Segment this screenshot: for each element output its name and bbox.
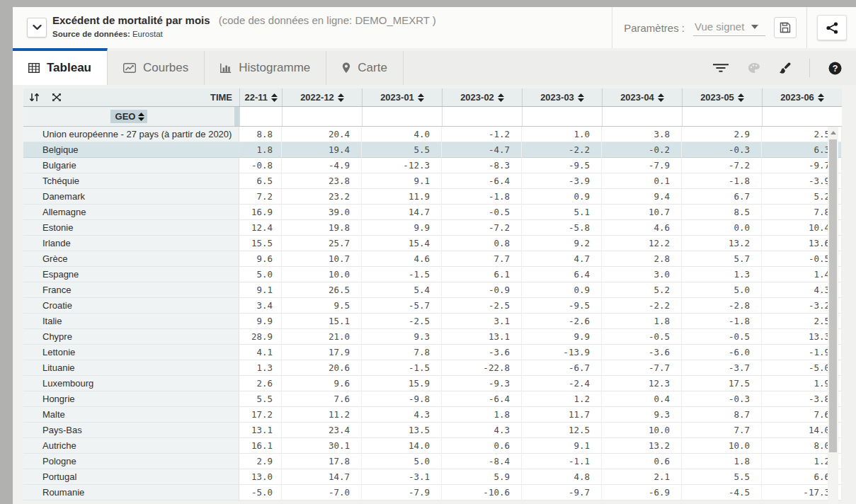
value-cell[interactable]: -1.5 xyxy=(362,360,442,376)
value-cell[interactable]: -3.1 xyxy=(362,469,442,485)
scrollbar-thumb[interactable] xyxy=(829,139,837,452)
value-cell[interactable]: 8.5 xyxy=(682,205,762,220)
value-cell[interactable]: 9.1 xyxy=(522,438,602,454)
value-cell[interactable]: 23.2 xyxy=(282,189,362,205)
geo-row-label[interactable]: Croatie xyxy=(23,298,239,314)
value-cell[interactable]: 2.9 xyxy=(682,127,762,142)
value-cell[interactable]: 19.8 xyxy=(282,220,362,236)
value-cell[interactable]: 3.4 xyxy=(239,298,282,314)
value-cell[interactable]: 2.1 xyxy=(602,469,682,485)
value-cell[interactable]: 6.4 xyxy=(522,267,602,282)
value-cell[interactable]: -1.1 xyxy=(522,454,602,469)
value-cell[interactable]: 25.7 xyxy=(282,236,362,251)
value-cell[interactable]: 9.5 xyxy=(282,298,362,314)
value-cell[interactable]: 3.0 xyxy=(602,267,682,282)
table-row[interactable]: Autriche 16.130.114.00.69.113.210.08.0 xyxy=(23,438,842,454)
table-row[interactable]: Portugal 13.014.7-3.15.94.82.15.56.6 xyxy=(23,469,842,485)
value-cell[interactable]: 13.0 xyxy=(239,469,282,485)
value-cell[interactable]: 4.6 xyxy=(362,251,442,267)
value-cell[interactable]: 7.6 xyxy=(282,391,362,407)
geo-row-label[interactable]: Luxembourg xyxy=(23,376,239,391)
value-cell[interactable]: 9.1 xyxy=(239,282,282,298)
value-cell[interactable]: 15.4 xyxy=(362,236,442,251)
value-cell[interactable]: 1.8 xyxy=(239,142,282,158)
value-cell[interactable]: 4.6 xyxy=(602,220,682,236)
time-column-header[interactable]: 2023-05 xyxy=(682,88,762,106)
value-cell[interactable]: 7.7 xyxy=(682,423,762,438)
bookmark-view-select[interactable]: Vue signet xyxy=(693,19,765,36)
value-cell[interactable]: 4.7 xyxy=(522,251,602,267)
value-cell[interactable]: 20.4 xyxy=(282,127,362,142)
value-cell[interactable]: 0.9 xyxy=(522,282,602,298)
value-cell[interactable]: 5.0 xyxy=(362,454,442,469)
table-row[interactable]: Irlande 15.525.715.40.89.212.213.213.6 xyxy=(23,236,842,251)
value-cell[interactable]: -9.7 xyxy=(522,485,602,500)
value-cell[interactable]: -2.8 xyxy=(682,298,762,314)
value-cell[interactable]: -1.8 xyxy=(682,314,762,329)
value-cell[interactable]: 16.1 xyxy=(239,438,282,454)
time-column-header[interactable]: 2023-06 xyxy=(762,88,842,106)
value-cell[interactable]: -2.2 xyxy=(602,298,682,314)
time-column-header[interactable]: 2023-02 xyxy=(442,88,522,106)
geo-row-label[interactable]: Chypre xyxy=(23,329,239,345)
geo-row-label[interactable]: Espagne xyxy=(23,267,239,282)
value-cell[interactable]: 0.4 xyxy=(602,391,682,407)
value-cell[interactable]: 11.2 xyxy=(282,407,362,423)
value-cell[interactable]: 5.7 xyxy=(682,251,762,267)
value-cell[interactable]: 1.8 xyxy=(682,454,762,469)
value-cell[interactable]: -0.3 xyxy=(682,142,762,158)
table-row[interactable]: Pays-Bas 13.123.413.54.312.510.07.714.0 xyxy=(23,423,842,438)
table-row[interactable]: Roumanie -5.0-7.0-7.9-10.6-9.7-6.9-4.5-1… xyxy=(23,485,842,500)
value-cell[interactable]: 17.9 xyxy=(282,345,362,360)
value-cell[interactable]: 6.5 xyxy=(239,173,282,189)
value-cell[interactable]: -9.5 xyxy=(522,158,602,173)
value-cell[interactable]: 14.7 xyxy=(362,205,442,220)
geo-row-label[interactable]: Belgique xyxy=(23,142,239,158)
table-row[interactable]: Bulgarie -0.8-4.9-12.3-8.3-9.5-7.9-7.2-9… xyxy=(23,158,842,173)
value-cell[interactable]: 9.9 xyxy=(239,314,282,329)
value-cell[interactable]: -2.5 xyxy=(362,314,442,329)
save-view-button[interactable] xyxy=(774,17,797,38)
value-cell[interactable]: 12.4 xyxy=(239,220,282,236)
value-cell[interactable]: 9.1 xyxy=(362,173,442,189)
value-cell[interactable]: -7.2 xyxy=(682,158,762,173)
tab-carte[interactable]: Carte xyxy=(326,51,404,85)
table-row[interactable]: Malte 17.211.24.31.811.79.38.77.6 xyxy=(23,407,842,423)
table-row[interactable]: Croatie 3.49.5-5.7-2.5-9.5-2.2-2.8-3.2 xyxy=(23,298,842,314)
value-cell[interactable]: 13.2 xyxy=(682,236,762,251)
table-row[interactable]: Hongrie 5.57.6-9.8-6.41.20.4-0.3-3.8 xyxy=(23,391,842,407)
value-cell[interactable]: 17.2 xyxy=(239,407,282,423)
geo-row-label[interactable]: Autriche xyxy=(23,438,239,454)
value-cell[interactable]: -7.2 xyxy=(442,220,522,236)
value-cell[interactable]: 8.8 xyxy=(239,127,282,142)
value-cell[interactable]: 23.4 xyxy=(282,423,362,438)
value-cell[interactable]: 0.6 xyxy=(442,438,522,454)
geo-row-label[interactable]: Union européenne - 27 pays (à partir de … xyxy=(23,127,239,142)
value-cell[interactable]: 0.9 xyxy=(522,189,602,205)
tab-tableau[interactable]: Tableau xyxy=(13,48,108,85)
table-row[interactable]: Espagne 5.010.0-1.56.16.43.01.31.4 xyxy=(23,267,842,282)
value-cell[interactable]: 15.1 xyxy=(282,314,362,329)
value-cell[interactable]: -12.3 xyxy=(362,158,442,173)
value-cell[interactable]: -6.4 xyxy=(442,391,522,407)
value-cell[interactable]: -1.8 xyxy=(442,189,522,205)
value-cell[interactable]: -8.3 xyxy=(442,158,522,173)
value-cell[interactable]: 20.6 xyxy=(282,360,362,376)
value-cell[interactable]: -5.7 xyxy=(362,298,442,314)
value-cell[interactable]: -1.2 xyxy=(442,127,522,142)
value-cell[interactable]: -0.3 xyxy=(682,391,762,407)
value-cell[interactable]: -9.5 xyxy=(522,298,602,314)
help-icon[interactable]: ? xyxy=(828,62,842,75)
pivot-move-icon[interactable] xyxy=(52,93,62,102)
value-cell[interactable]: 5.2 xyxy=(602,282,682,298)
time-column-header[interactable]: 2023-04 xyxy=(602,88,682,106)
tab-histogramme[interactable]: Histogramme xyxy=(205,51,326,85)
value-cell[interactable]: 10.7 xyxy=(282,251,362,267)
value-cell[interactable]: -22.8 xyxy=(442,360,522,376)
value-cell[interactable]: 4.1 xyxy=(239,345,282,360)
value-cell[interactable]: -1.5 xyxy=(362,267,442,282)
value-cell[interactable]: 4.8 xyxy=(522,469,602,485)
geo-row-label[interactable]: Irlande xyxy=(23,236,239,251)
value-cell[interactable]: 21.0 xyxy=(282,329,362,345)
geo-row-label[interactable]: Lettonie xyxy=(23,345,239,360)
